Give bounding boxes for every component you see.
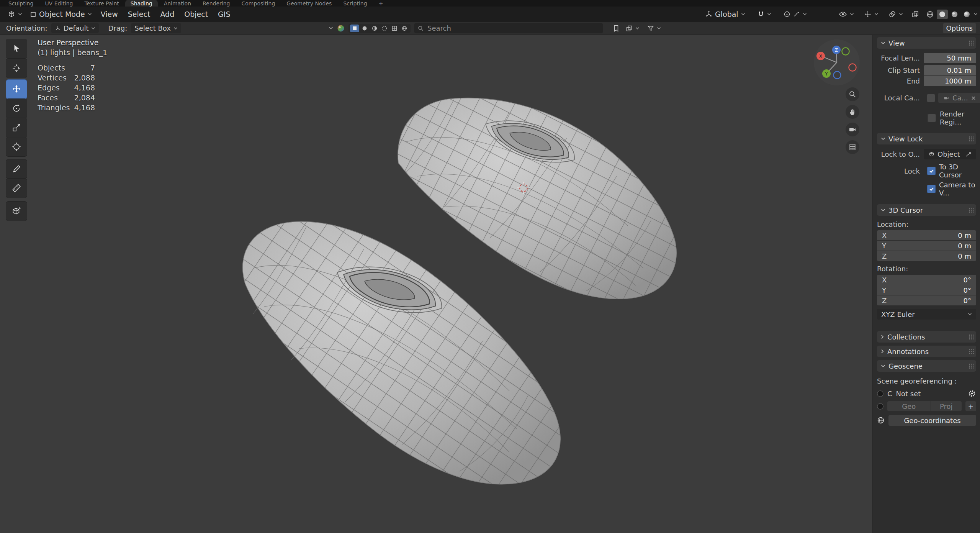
panel-grip[interactable] <box>969 349 974 354</box>
rotation-order-dropdown[interactable]: XYZ Euler <box>877 309 976 320</box>
options-button[interactable]: Options <box>943 23 976 33</box>
panel-grip[interactable] <box>969 207 974 213</box>
shading-wireframe-button[interactable] <box>924 10 936 19</box>
cursor-rotation-z-field[interactable]: Z0° <box>877 295 976 305</box>
crs-radio[interactable] <box>877 390 883 397</box>
tab-shading[interactable]: Shading <box>125 0 158 7</box>
panel-grip[interactable] <box>969 363 974 369</box>
snap-dropdown[interactable] <box>754 9 774 19</box>
axes-icon <box>55 25 61 31</box>
tool-rotate[interactable] <box>6 99 27 118</box>
cursor-rotation-y-field[interactable]: Y0° <box>877 285 976 295</box>
display-world-button[interactable] <box>400 25 409 32</box>
display-sphere-button[interactable] <box>360 25 369 32</box>
tool-move[interactable] <box>6 80 27 99</box>
section-geoscene-header[interactable]: Geoscene <box>877 360 976 372</box>
cursor-location-y-field[interactable]: Y0 m <box>877 241 976 251</box>
panel-grip[interactable] <box>969 334 974 340</box>
tab-compositing[interactable]: Compositing <box>236 0 281 7</box>
tab-animation[interactable]: Animation <box>159 0 196 7</box>
tool-transform[interactable] <box>6 137 27 156</box>
object-visibility-dropdown[interactable] <box>836 9 857 20</box>
menu-add[interactable]: Add <box>156 8 178 20</box>
geo-button[interactable]: Geo <box>887 401 931 411</box>
cursor-location-z-field[interactable]: Z0 m <box>877 251 976 261</box>
panel-grip[interactable] <box>969 136 974 142</box>
bookmark-icon[interactable] <box>613 25 620 32</box>
navigation-gizmo[interactable]: X Y Z <box>811 37 862 88</box>
shading-solid-button[interactable] <box>937 10 948 19</box>
section-annotations-header[interactable]: Annotations <box>877 346 976 357</box>
lock-to-3d-cursor-checkbox[interactable] <box>927 167 936 175</box>
tab-sculpting[interactable]: Sculpting <box>3 0 39 7</box>
add-crs-button[interactable]: + <box>965 401 976 411</box>
focal-length-field[interactable]: 50 mm <box>924 53 976 63</box>
tool-scale[interactable] <box>6 118 27 137</box>
tool-select-box[interactable] <box>6 39 27 58</box>
geo-proj-radio[interactable] <box>877 403 883 410</box>
search-box[interactable] <box>414 23 603 33</box>
menu-object[interactable]: Object <box>180 8 212 20</box>
display-shaded-sphere-button[interactable] <box>370 25 379 32</box>
tab-texture-paint[interactable]: Texture Paint <box>79 0 124 7</box>
tab-geometry-nodes[interactable]: Geometry Nodes <box>281 0 337 7</box>
add-workspace-tab[interactable]: + <box>373 0 389 7</box>
panel-grip[interactable] <box>969 40 974 46</box>
tab-scripting[interactable]: Scripting <box>338 0 372 7</box>
render-region-checkbox[interactable] <box>928 114 936 122</box>
lock-to-object-field[interactable]: Object <box>924 149 976 159</box>
gizmos-dropdown[interactable] <box>861 9 882 20</box>
tool-cursor[interactable] <box>6 59 27 78</box>
zoom-button[interactable] <box>846 87 859 101</box>
search-input[interactable] <box>427 24 599 33</box>
menu-view[interactable]: View <box>97 8 122 20</box>
cursor-rotation-x-field[interactable]: X0° <box>877 275 976 285</box>
shading-rendered-button[interactable] <box>961 10 972 19</box>
pan-button[interactable] <box>846 105 859 119</box>
xray-toggle[interactable] <box>910 10 921 19</box>
proportional-editing-dropdown[interactable] <box>780 9 810 19</box>
display-square-button[interactable] <box>350 25 359 32</box>
tool-annotate[interactable] <box>6 159 27 179</box>
close-icon[interactable] <box>971 96 976 100</box>
camera-view-button[interactable] <box>846 123 859 136</box>
section-3d-cursor-header[interactable]: 3D Cursor <box>877 204 976 216</box>
eyedropper-icon[interactable] <box>965 151 971 157</box>
menu-gis[interactable]: GIS <box>214 8 234 20</box>
orientation-default-dropdown[interactable]: Default <box>51 23 99 33</box>
orthographic-toggle-button[interactable] <box>846 140 859 154</box>
drag-select-box-dropdown[interactable]: Select Box <box>131 23 181 33</box>
filter-dropdown[interactable] <box>646 24 663 33</box>
tab-rendering[interactable]: Rendering <box>197 0 236 7</box>
overlays-dropdown[interactable] <box>885 9 906 20</box>
proj-button[interactable]: Proj <box>931 401 962 411</box>
geo-coordinates-button[interactable]: Geo-coordinates <box>888 415 976 426</box>
transform-orientation-dropdown[interactable]: Global <box>702 8 748 20</box>
section-view-lock-header[interactable]: View Lock <box>877 133 976 144</box>
tool-add-cube[interactable] <box>6 202 27 221</box>
clip-end-field[interactable]: 1000 m <box>924 76 976 86</box>
gear-icon[interactable] <box>968 389 976 398</box>
section-collections-header[interactable]: Collections <box>877 331 976 343</box>
clip-start-field[interactable]: 0.01 m <box>924 65 976 75</box>
mesh-bean-1[interactable] <box>398 98 676 299</box>
tool-measure[interactable] <box>6 179 27 198</box>
mode-selector[interactable]: Object Mode <box>27 8 95 20</box>
camera-to-view-checkbox[interactable] <box>927 185 936 193</box>
section-view-header[interactable]: View <box>877 37 976 49</box>
local-camera-checkbox[interactable] <box>927 94 935 102</box>
section-3d-cursor-title: 3D Cursor <box>888 206 923 214</box>
menu-select[interactable]: Select <box>124 8 155 20</box>
collapse-chevron-icon[interactable] <box>329 26 333 30</box>
shading-material-button[interactable] <box>949 10 960 19</box>
chevron-right-icon <box>881 349 884 354</box>
editor-type-selector[interactable] <box>5 9 25 20</box>
display-grid-button[interactable] <box>390 25 399 32</box>
clip-end-row: End 1000 m <box>877 76 976 86</box>
local-camera-object-field[interactable]: Ca... <box>938 93 980 103</box>
cursor-location-x-field[interactable]: X0 m <box>877 230 976 240</box>
material-preview-ball-icon[interactable] <box>337 24 345 33</box>
display-circle-button[interactable] <box>380 25 389 32</box>
collection-visibility-dropdown[interactable] <box>624 24 641 33</box>
tab-uv-editing[interactable]: UV Editing <box>39 0 78 7</box>
